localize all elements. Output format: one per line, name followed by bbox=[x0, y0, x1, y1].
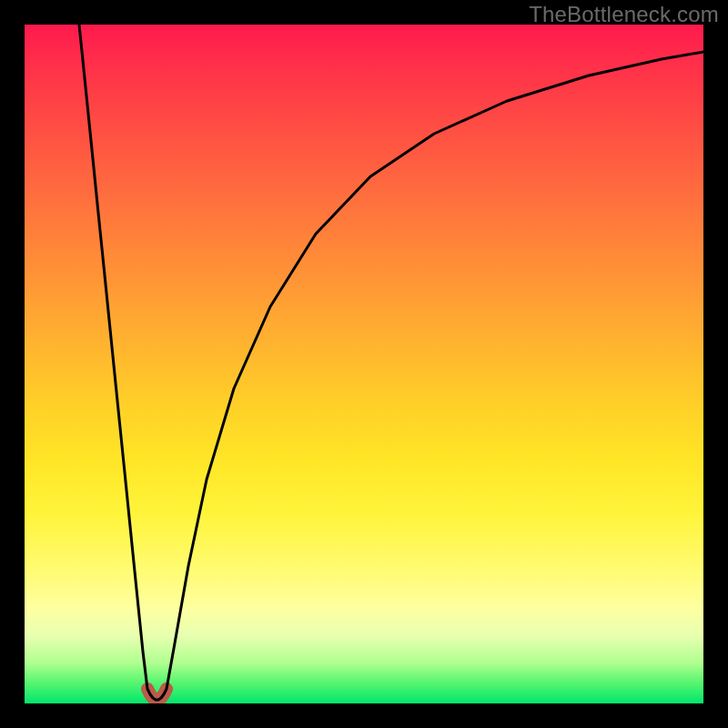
plot-area bbox=[25, 25, 703, 703]
bottleneck-curve bbox=[79, 25, 703, 700]
curve-layer bbox=[25, 25, 703, 703]
chart-frame: TheBottleneck.com bbox=[0, 0, 728, 728]
watermark-text: TheBottleneck.com bbox=[529, 2, 719, 27]
